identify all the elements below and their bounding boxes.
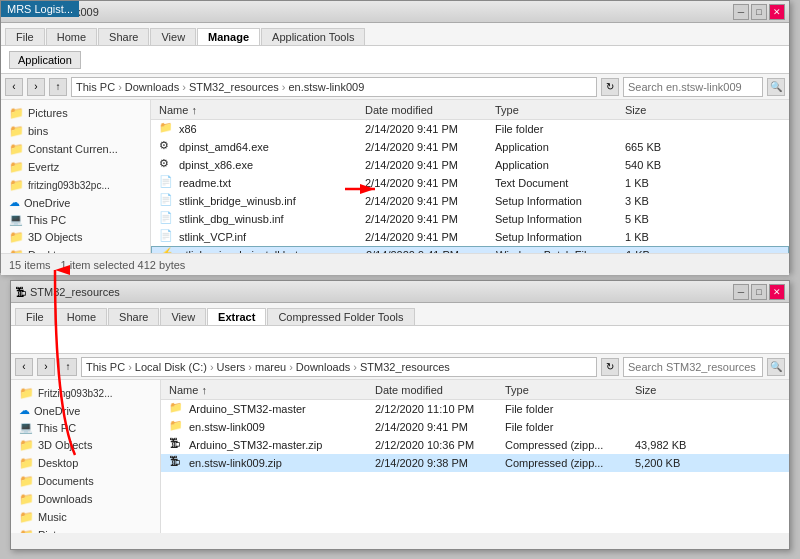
b-sidebar-pictures[interactable]: 📁Pictures — [11, 526, 160, 533]
top-file-row[interactable]: 📄stlink_dbg_winusb.inf 2/14/2020 9:41 PM… — [151, 210, 789, 228]
bottom-close-button[interactable]: ✕ — [769, 284, 785, 300]
bottom-file-rows: 📁Arduino_STM32-master 2/12/2020 11:10 PM… — [161, 400, 789, 472]
b-sidebar-thispc[interactable]: 💻This PC — [11, 419, 160, 436]
top-status-bar: 15 items 1 item selected 412 bytes — [1, 253, 789, 275]
refresh-button[interactable]: ↻ — [601, 78, 619, 96]
top-file-row[interactable]: ⚙dpinst_amd64.exe 2/14/2020 9:41 PM Appl… — [151, 138, 789, 156]
search-input[interactable] — [623, 77, 763, 97]
b-sidebar-desktop[interactable]: 📁Desktop — [11, 454, 160, 472]
top-ribbon: File Home Share View Manage Application … — [1, 23, 789, 74]
tab-view[interactable]: View — [150, 28, 196, 45]
top-file-row[interactable]: 📄stlink_VCP.inf 2/14/2020 9:41 PM Setup … — [151, 228, 789, 246]
tab-home[interactable]: Home — [46, 28, 97, 45]
sidebar-pictures[interactable]: 📁Pictures — [1, 104, 150, 122]
bottom-forward-button[interactable]: › — [37, 358, 55, 376]
path-link009: en.stsw-link009 — [288, 81, 364, 93]
app-label: MRS Logist... — [1, 1, 79, 17]
maximize-button[interactable]: □ — [751, 4, 767, 20]
bottom-tab-share[interactable]: Share — [108, 308, 159, 325]
bottom-col-headers: Name ↑ Date modified Type Size — [161, 380, 789, 400]
top-window: MRS Logist... 📁 en.stsw-link009 ─ □ ✕ Fi… — [0, 0, 790, 273]
sidebar-onedrive[interactable]: ☁OneDrive — [1, 194, 150, 211]
sidebar-evertz[interactable]: 📁Evertz — [1, 158, 150, 176]
bottom-file-list: Name ↑ Date modified Type Size 📁Arduino_… — [161, 380, 789, 533]
top-file-row[interactable]: 📄stlink_bridge_winusb.inf 2/14/2020 9:41… — [151, 192, 789, 210]
b-path-localdisk: Local Disk (C:) — [135, 361, 207, 373]
tab-application-tools[interactable]: Application Tools — [261, 28, 365, 45]
application-button[interactable]: Application — [9, 51, 81, 69]
top-sidebar: 📁Pictures 📁bins 📁Constant Curren... 📁Eve… — [1, 100, 151, 253]
bottom-up-button[interactable]: ↑ — [59, 358, 77, 376]
path-downloads: Downloads — [125, 81, 179, 93]
sidebar-thispc[interactable]: 💻This PC — [1, 211, 150, 228]
col-date-header[interactable]: Date modified — [365, 104, 495, 116]
bottom-search-button[interactable]: 🔍 — [767, 358, 785, 376]
bottom-tab-view[interactable]: View — [160, 308, 206, 325]
b-sidebar-music[interactable]: 📁Music — [11, 508, 160, 526]
top-file-row[interactable]: 📄readme.txt 2/14/2020 9:41 PM Text Docum… — [151, 174, 789, 192]
b-col-date-header[interactable]: Date modified — [375, 384, 505, 396]
bottom-tab-home[interactable]: Home — [56, 308, 107, 325]
top-file-area: 📁Pictures 📁bins 📁Constant Curren... 📁Eve… — [1, 100, 789, 253]
address-path[interactable]: This PC › Downloads › STM32_resources › … — [71, 77, 597, 97]
bottom-file-row[interactable]: 🗜Arduino_STM32-master.zip 2/12/2020 10:3… — [161, 436, 789, 454]
bottom-file-area: 📁Fritzing093b32... ☁OneDrive 💻This PC 📁3… — [11, 380, 789, 533]
bottom-ribbon-tabs: File Home Share View Extract Compressed … — [11, 303, 789, 325]
bottom-window-controls: ─ □ ✕ — [733, 284, 785, 300]
bottom-minimize-button[interactable]: ─ — [733, 284, 749, 300]
bottom-tab-compressed[interactable]: Compressed Folder Tools — [267, 308, 414, 325]
bottom-maximize-button[interactable]: □ — [751, 284, 767, 300]
col-type-header[interactable]: Type — [495, 104, 625, 116]
top-status-selected: 1 item selected 412 bytes — [61, 259, 186, 271]
bottom-file-row[interactable]: 🗜en.stsw-link009.zip 2/14/2020 9:38 PM C… — [161, 454, 789, 472]
up-button[interactable]: ↑ — [49, 78, 67, 96]
top-window-controls: ─ □ ✕ — [733, 4, 785, 20]
bottom-window-title: STM32_resources — [30, 286, 120, 298]
top-status-items: 15 items — [9, 259, 51, 271]
top-file-list: Name ↑ Date modified Type Size 📁x86 2/14… — [151, 100, 789, 253]
sidebar-fritzing[interactable]: 📁fritzing093b32pc... — [1, 176, 150, 194]
sidebar-3dobjects[interactable]: 📁3D Objects — [1, 228, 150, 246]
b-col-size-header[interactable]: Size — [635, 384, 705, 396]
bottom-ribbon-content — [11, 325, 789, 353]
top-file-row[interactable]: ⚡stlink_winusb_install.bat 2/14/2020 9:4… — [151, 246, 789, 253]
bottom-address-path[interactable]: This PC › Local Disk (C:) › Users › mare… — [81, 357, 597, 377]
top-file-row[interactable]: 📁x86 2/14/2020 9:41 PM File folder — [151, 120, 789, 138]
sidebar-desktop[interactable]: 📁Desktop — [1, 246, 150, 253]
b-sidebar-documents[interactable]: 📁Documents — [11, 472, 160, 490]
tab-file[interactable]: File — [5, 28, 45, 45]
bottom-sidebar: 📁Fritzing093b32... ☁OneDrive 💻This PC 📁3… — [11, 380, 161, 533]
b-col-type-header[interactable]: Type — [505, 384, 635, 396]
top-file-row[interactable]: ⚙dpinst_x86.exe 2/14/2020 9:41 PM Applic… — [151, 156, 789, 174]
col-size-header[interactable]: Size — [625, 104, 695, 116]
sidebar-constant[interactable]: 📁Constant Curren... — [1, 140, 150, 158]
back-button[interactable]: ‹ — [5, 78, 23, 96]
tab-manage[interactable]: Manage — [197, 28, 260, 45]
bottom-search-input[interactable] — [623, 357, 763, 377]
minimize-button[interactable]: ─ — [733, 4, 749, 20]
bottom-back-button[interactable]: ‹ — [15, 358, 33, 376]
bottom-ribbon: File Home Share View Extract Compressed … — [11, 303, 789, 354]
path-stm32: STM32_resources — [189, 81, 279, 93]
col-name-header[interactable]: Name ↑ — [155, 104, 365, 116]
bottom-tab-extract[interactable]: Extract — [207, 308, 266, 325]
bottom-file-row[interactable]: 📁Arduino_STM32-master 2/12/2020 11:10 PM… — [161, 400, 789, 418]
b-sidebar-downloads[interactable]: 📁Downloads — [11, 490, 160, 508]
bottom-file-row[interactable]: 📁en.stsw-link009 2/14/2020 9:41 PM File … — [161, 418, 789, 436]
b-sidebar-3dobjects[interactable]: 📁3D Objects — [11, 436, 160, 454]
close-button[interactable]: ✕ — [769, 4, 785, 20]
search-button[interactable]: 🔍 — [767, 78, 785, 96]
bottom-refresh-button[interactable]: ↻ — [601, 358, 619, 376]
bottom-title-bar: 🗜 STM32_resources ─ □ ✕ — [11, 281, 789, 303]
b-path-stm32: STM32_resources — [360, 361, 450, 373]
top-file-rows: 📁x86 2/14/2020 9:41 PM File folder ⚙dpin… — [151, 120, 789, 253]
tab-share[interactable]: Share — [98, 28, 149, 45]
bottom-tab-file[interactable]: File — [15, 308, 55, 325]
forward-button[interactable]: › — [27, 78, 45, 96]
b-col-name-header[interactable]: Name ↑ — [165, 384, 375, 396]
sidebar-bins[interactable]: 📁bins — [1, 122, 150, 140]
b-sidebar-onedrive[interactable]: ☁OneDrive — [11, 402, 160, 419]
b-sidebar-fritzing[interactable]: 📁Fritzing093b32... — [11, 384, 160, 402]
bottom-address-bar: ‹ › ↑ This PC › Local Disk (C:) › Users … — [11, 354, 789, 380]
ribbon-content: Application — [1, 45, 789, 73]
